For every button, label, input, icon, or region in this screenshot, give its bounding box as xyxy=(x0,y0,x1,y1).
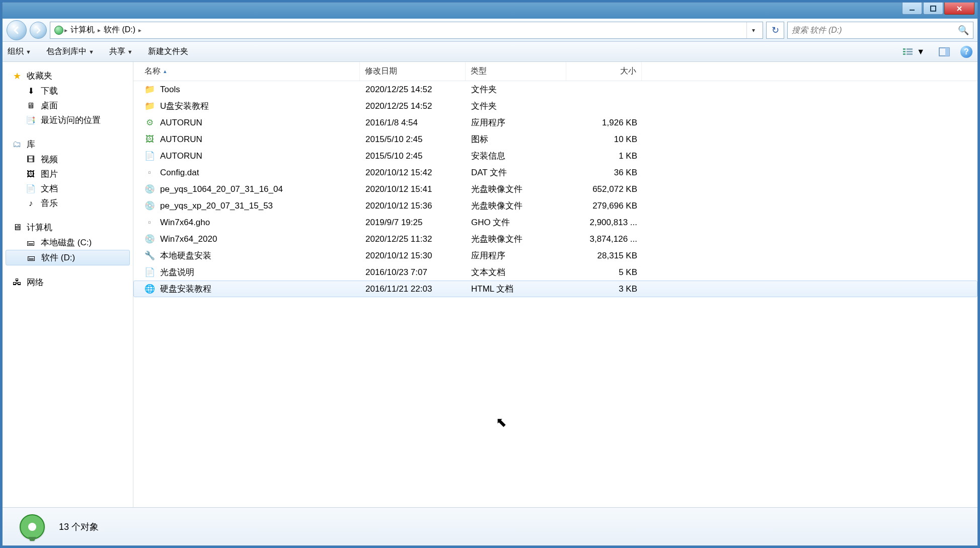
svg-rect-3 xyxy=(903,51,906,52)
file-type: 光盘映像文件 xyxy=(466,182,567,196)
include-in-library-menu[interactable]: 包含到库中▼ xyxy=(46,46,94,57)
file-list: 名称 修改日期 类型 大小 📁Tools2020/12/25 14:52文件夹📁… xyxy=(133,62,977,507)
favorites-header[interactable]: ★收藏夹 xyxy=(3,68,133,84)
sidebar-drive-0[interactable]: 🖴本地磁盘 (C:) xyxy=(3,235,133,250)
svg-rect-2 xyxy=(903,48,906,50)
svg-rect-1 xyxy=(931,6,936,11)
help-button[interactable]: ? xyxy=(960,46,972,58)
network-label: 网络 xyxy=(27,277,44,288)
file-row[interactable]: ▫Win7x64.gho2019/9/7 19:25GHO 文件2,900,81… xyxy=(133,214,977,231)
file-row[interactable]: 📁Tools2020/12/25 14:52文件夹 xyxy=(133,81,977,98)
iso-icon: 💿 xyxy=(144,200,155,212)
chevron-right-icon: ▸ xyxy=(138,27,141,34)
file-type: 文件夹 xyxy=(466,99,567,113)
minimize-button[interactable] xyxy=(902,3,922,15)
preview-pane-button[interactable] xyxy=(935,46,953,58)
sidebar-item-label: 软件 (D:) xyxy=(41,252,75,263)
file-name: 光盘说明 xyxy=(160,266,194,278)
file-row[interactable]: 🔧本地硬盘安装2020/10/12 15:30应用程序28,315 KB xyxy=(133,247,977,264)
maximize-button[interactable] xyxy=(923,3,943,15)
file-date: 2016/11/21 22:03 xyxy=(360,283,466,295)
drive-icon: 🖴 xyxy=(26,238,36,248)
file-name: pe_yqs_1064_20_07_31_16_04 xyxy=(160,184,283,194)
file-name: pe_yqs_xp_20_07_31_15_53 xyxy=(160,201,273,211)
address-bar[interactable]: ▸ 计算机 ▸ 软件 (D:) ▸ ▾ xyxy=(50,22,763,39)
column-header-type[interactable]: 类型 xyxy=(466,62,566,81)
file-size: 3 KB xyxy=(567,283,642,295)
sidebar-library-1[interactable]: 🖼图片 xyxy=(3,167,133,181)
file-row[interactable]: ▫Config.dat2020/10/12 15:42DAT 文件36 KB xyxy=(133,164,977,181)
file-row[interactable]: 🌐硬盘安装教程2016/11/21 22:03HTML 文档3 KB xyxy=(133,281,977,297)
file-size: 2,900,813 ... xyxy=(567,217,642,229)
file-type: 图标 xyxy=(466,132,567,146)
nav-forward-button[interactable] xyxy=(30,22,47,39)
favorites-label: 收藏夹 xyxy=(27,70,52,82)
organize-label: 组织 xyxy=(8,46,24,57)
organize-menu[interactable]: 组织▼ xyxy=(8,46,31,57)
search-box[interactable]: 🔍 xyxy=(787,22,973,39)
addr-dropdown-button[interactable]: ▾ xyxy=(746,22,760,38)
star-icon: ★ xyxy=(12,71,23,82)
sidebar-favorite-1[interactable]: 🖥桌面 xyxy=(3,98,133,113)
file-type: 光盘映像文件 xyxy=(466,199,567,213)
file-row[interactable]: 📄光盘说明2016/10/23 7:07文本文档5 KB xyxy=(133,264,977,281)
sidebar-favorite-0[interactable]: ⬇下载 xyxy=(3,84,133,98)
file-size: 1 KB xyxy=(567,150,642,162)
file-type: 文本文档 xyxy=(466,265,567,279)
sidebar-library-2[interactable]: 📄文档 xyxy=(3,181,133,196)
navigation-pane: ★收藏夹 ⬇下载🖥桌面📑最近访问的位置 🗂库 🎞视频🖼图片📄文档♪音乐 🖥计算机… xyxy=(3,62,133,507)
sidebar-drive-1[interactable]: 🖴软件 (D:) xyxy=(6,250,130,265)
search-input[interactable] xyxy=(792,26,958,35)
nav-back-button[interactable] xyxy=(7,20,27,40)
file-size: 3,874,126 ... xyxy=(567,233,642,245)
search-icon: 🔍 xyxy=(958,25,969,36)
svg-rect-5 xyxy=(907,48,913,50)
include-label: 包含到库中 xyxy=(46,46,87,57)
file-row[interactable]: 🖼AUTORUN2015/5/10 2:45图标10 KB xyxy=(133,131,977,148)
status-text: 13 个对象 xyxy=(59,521,99,533)
file-date: 2016/1/8 4:54 xyxy=(360,117,466,129)
file-row[interactable]: 💿pe_yqs_xp_20_07_31_15_532020/10/12 15:3… xyxy=(133,197,977,214)
computer-group: 🖥计算机 🖴本地磁盘 (C:)🖴软件 (D:) xyxy=(3,220,133,265)
folder-icon: 📁 xyxy=(144,101,155,112)
network-header[interactable]: 🖧网络 xyxy=(3,275,133,290)
sidebar-item-label: 下载 xyxy=(41,85,58,97)
file-row[interactable]: ⚙AUTORUN2016/1/8 4:54应用程序1,926 KB xyxy=(133,114,977,131)
svg-rect-4 xyxy=(903,53,906,55)
refresh-button[interactable]: ↻ xyxy=(766,22,784,39)
new-folder-button[interactable]: 新建文件夹 xyxy=(148,46,188,57)
sidebar-library-3[interactable]: ♪音乐 xyxy=(3,196,133,211)
share-menu[interactable]: 共享▼ xyxy=(109,46,133,57)
column-header-name[interactable]: 名称 xyxy=(133,62,360,81)
column-header-date[interactable]: 修改日期 xyxy=(360,62,466,81)
sidebar-item-label: 图片 xyxy=(41,168,58,180)
file-row[interactable]: 💿pe_yqs_1064_20_07_31_16_042020/10/12 15… xyxy=(133,181,977,197)
sidebar-favorite-2[interactable]: 📑最近访问的位置 xyxy=(3,113,133,127)
network-icon: 🖧 xyxy=(12,277,23,288)
close-button[interactable] xyxy=(944,3,974,15)
file-row[interactable]: 📄AUTORUN2015/5/10 2:45安装信息1 KB xyxy=(133,148,977,164)
column-header-size[interactable]: 大小 xyxy=(566,62,642,81)
file-date: 2020/10/12 15:30 xyxy=(360,250,466,262)
file-date: 2020/12/25 14:52 xyxy=(360,100,466,112)
file-date: 2016/10/23 7:07 xyxy=(360,266,466,279)
breadcrumb-drive[interactable]: 软件 (D:) xyxy=(101,25,138,35)
svg-rect-0 xyxy=(910,10,915,11)
file-type: 文件夹 xyxy=(466,83,567,96)
sidebar-library-0[interactable]: 🎞视频 xyxy=(3,152,133,167)
iso-icon: 💿 xyxy=(144,184,155,195)
file-name: 硬盘安装教程 xyxy=(160,283,211,295)
breadcrumb-computer[interactable]: 计算机 xyxy=(67,25,98,35)
computer-header[interactable]: 🖥计算机 xyxy=(3,220,133,235)
share-label: 共享 xyxy=(109,46,125,57)
file-row[interactable]: 📁U盘安装教程2020/12/25 14:52文件夹 xyxy=(133,98,977,114)
network-group: 🖧网络 xyxy=(3,275,133,290)
view-mode-button[interactable]: ▼ xyxy=(899,46,928,58)
svg-rect-6 xyxy=(907,51,913,52)
file-row[interactable]: 💿Win7x64_20202020/12/25 11:32光盘映像文件3,874… xyxy=(133,231,977,247)
libraries-header[interactable]: 🗂库 xyxy=(3,136,133,152)
titlebar xyxy=(3,3,977,19)
download-icon: ⬇ xyxy=(26,86,36,96)
caret-down-icon: ▼ xyxy=(917,47,925,56)
documents-icon: 📄 xyxy=(26,184,36,194)
